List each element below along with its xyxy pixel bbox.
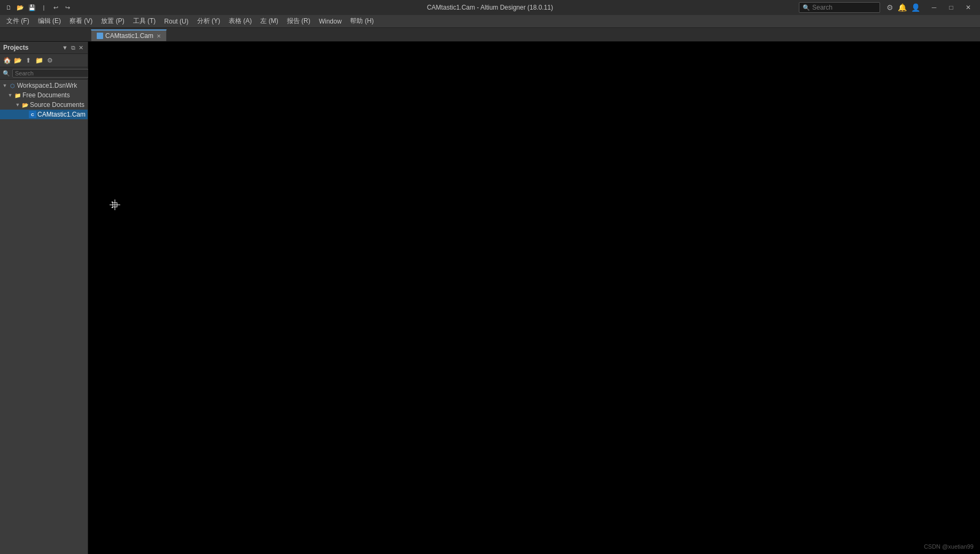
cursor-crosshair-icon xyxy=(110,199,120,212)
redo-icon[interactable]: ↪ xyxy=(63,3,72,12)
close-button[interactable]: ✕ xyxy=(961,2,976,13)
menu-left[interactable]: 左 (M) xyxy=(256,16,282,27)
panel-search-box[interactable]: 🔍 xyxy=(0,67,88,80)
menu-place[interactable]: 放置 (P) xyxy=(97,16,128,27)
minimize-button[interactable]: ─ xyxy=(927,2,942,13)
panel-toolbar: 🏠 📂 ⬆ 📁 ⚙ xyxy=(0,54,88,67)
tree-item-workspace[interactable]: ▼ ⬡ Workspace1.DsnWrk xyxy=(0,81,88,90)
open-icon[interactable]: 📂 xyxy=(16,3,25,12)
new-icon[interactable]: 🗋 xyxy=(4,3,13,12)
free-docs-folder-icon: 📁 xyxy=(14,91,21,99)
menu-bar: 文件 (F) 编辑 (E) 察看 (V) 放置 (P) 工具 (T) Rout … xyxy=(0,15,980,28)
menu-rout[interactable]: Rout (U) xyxy=(160,17,192,26)
camtastic-label: CAMtastic1.Cam xyxy=(37,111,85,118)
new-folder-tool-icon[interactable]: 📁 xyxy=(34,56,44,65)
title-search-box[interactable]: 🔍 xyxy=(799,2,880,13)
panel-search-icon: 🔍 xyxy=(3,70,10,77)
panel-float-button[interactable]: ⧉ xyxy=(70,44,76,51)
svg-line-3 xyxy=(112,202,113,203)
title-bar-left: 🗋 📂 💾 | ↩ ↪ xyxy=(4,3,72,12)
tree-item-free-docs[interactable]: ▼ 📁 Free Documents xyxy=(0,90,88,100)
tab-label: CAMtastic1.Cam xyxy=(105,32,153,40)
panel-pin-button[interactable]: ▼ xyxy=(61,44,69,51)
menu-report[interactable]: 报告 (R) xyxy=(283,16,315,27)
window-title: CAMtastic1.Cam - Altium Designer (18.0.1… xyxy=(427,4,553,11)
search-icon: 🔍 xyxy=(803,4,810,11)
svg-line-5 xyxy=(112,207,113,208)
menu-view[interactable]: 察看 (V) xyxy=(65,16,97,27)
divider-icon: | xyxy=(40,3,48,12)
menu-window[interactable]: Window xyxy=(315,17,346,26)
up-folder-tool-icon[interactable]: ⬆ xyxy=(24,56,33,65)
save-icon[interactable]: 💾 xyxy=(28,3,36,12)
settings-tool-icon[interactable]: ⚙ xyxy=(45,56,55,65)
title-search-input[interactable] xyxy=(812,4,876,11)
workspace-arrow-icon: ▼ xyxy=(2,83,7,88)
tab-camtastic[interactable]: CAMtastic1.Cam ✕ xyxy=(91,29,167,41)
source-docs-folder-icon: 📂 xyxy=(21,101,29,109)
tree-item-source-docs[interactable]: ▼ 📂 Source Documents xyxy=(0,100,88,110)
tab-close-button[interactable]: ✕ xyxy=(157,33,161,39)
menu-file[interactable]: 文件 (F) xyxy=(2,16,34,27)
settings-icon[interactable]: ⚙ xyxy=(886,3,893,12)
free-docs-label: Free Documents xyxy=(22,91,70,99)
source-docs-arrow-icon: ▼ xyxy=(15,102,20,107)
title-bar: 🗋 📂 💾 | ↩ ↪ CAMtastic1.Cam - Altium Desi… xyxy=(0,0,980,15)
menu-table[interactable]: 表格 (A) xyxy=(224,16,256,27)
undo-icon[interactable]: ↩ xyxy=(51,3,60,12)
title-bar-right: 🔍 ⚙ 🔔 👤 ─ □ ✕ xyxy=(799,2,976,13)
svg-line-6 xyxy=(112,207,113,208)
panel-header: Projects ▼ ⧉ ✕ xyxy=(0,42,88,54)
svg-line-4 xyxy=(112,202,113,203)
project-tree: ▼ ⬡ Workspace1.DsnWrk ▼ 📁 Free Documents… xyxy=(0,80,88,554)
main-layout: Projects ▼ ⧉ ✕ 🏠 📂 ⬆ 📁 ⚙ 🔍 ▼ ⬡ xyxy=(0,42,980,554)
bell-icon[interactable]: 🔔 xyxy=(898,3,907,12)
open-folder-tool-icon[interactable]: 📂 xyxy=(13,56,22,65)
panel-close-button[interactable]: ✕ xyxy=(77,44,84,51)
user-icon[interactable]: 👤 xyxy=(911,3,920,12)
panel-title: Projects xyxy=(3,44,28,51)
watermark-text: CSDN @xuetian99 xyxy=(924,543,974,550)
free-docs-arrow-icon: ▼ xyxy=(7,93,13,98)
canvas-area[interactable]: CSDN @xuetian99 xyxy=(88,42,980,554)
cam-file-icon xyxy=(97,33,103,39)
menu-tools[interactable]: 工具 (T) xyxy=(129,16,160,27)
workspace-label: Workspace1.DsnWrk xyxy=(17,82,77,89)
panel-controls: ▼ ⧉ ✕ xyxy=(61,44,84,51)
home-tool-icon[interactable]: 🏠 xyxy=(2,56,12,65)
tab-bar: CAMtastic1.Cam ✕ xyxy=(0,28,980,42)
tree-item-camtastic[interactable]: C CAMtastic1.Cam xyxy=(0,110,88,119)
projects-panel: Projects ▼ ⧉ ✕ 🏠 📂 ⬆ 📁 ⚙ 🔍 ▼ ⬡ xyxy=(0,42,88,554)
camtastic-file-icon: C xyxy=(29,111,36,118)
panel-search-input[interactable] xyxy=(12,69,91,78)
svg-rect-2 xyxy=(113,203,117,207)
workspace-icon: ⬡ xyxy=(9,82,16,89)
menu-help[interactable]: 帮助 (H) xyxy=(346,16,378,27)
menu-analysis[interactable]: 分析 (Y) xyxy=(193,16,224,27)
menu-edit[interactable]: 编辑 (E) xyxy=(34,16,65,27)
source-docs-label: Source Documents xyxy=(30,101,84,109)
restore-button[interactable]: □ xyxy=(944,2,959,13)
